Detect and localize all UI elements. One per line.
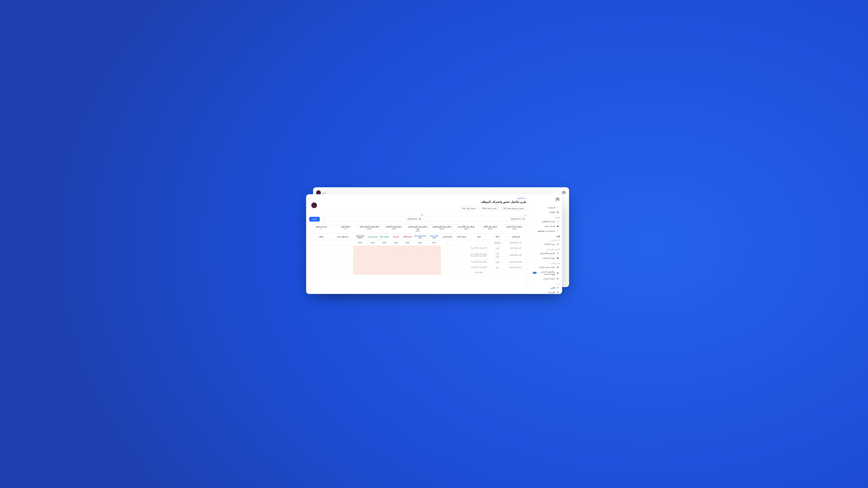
sidebar-item-violations[interactable]: ◐مخالصات الإجازة ونهاية الخدمة11 [532, 270, 560, 276]
table-row: الأحد 02/07/2023ثاني08:10 صباحاً - 05:00… [309, 246, 526, 251]
table-row: الإثنين 03/07/2023ثانيثاني08:10 صباحاً -… [309, 251, 526, 259]
pdf-button[interactable]: تحميل ملف PDF [460, 206, 478, 211]
col-late-arrival: الوصول للتأخر [402, 234, 413, 240]
main-card: ⌂الرئيسية ▤الطلبات الموظف ☺عرض الموظفين … [306, 194, 562, 294]
sidebar-item-shifts[interactable]: ▦جدول الدوامات [532, 256, 560, 260]
excel-button[interactable]: تصدير ملف Excel [480, 206, 499, 211]
summary-cell: إجمالي وقت التأخير بإذن00:00 [454, 224, 478, 233]
section-employees: الموظف [532, 217, 560, 219]
home-icon: ⌂ [557, 206, 559, 209]
users-icon: ☺ [557, 220, 559, 223]
clock-icon: ◷ [557, 252, 559, 255]
sidebar-item-candidates[interactable]: ✓مرشحين تم توظيفهم [532, 229, 560, 233]
sidebar-item-home[interactable]: ⌂الرئيسية [532, 205, 560, 209]
avatar[interactable] [311, 202, 317, 208]
from-date-input[interactable]: 2023-07-01 [425, 217, 527, 222]
table-row: الثلاثاء 04/07/2023ثاني08:10 صباحاً - 05… [309, 259, 526, 265]
chevron-down-icon [323, 218, 326, 220]
candidate-icon: ✓ [557, 230, 559, 232]
table-row: السبت 01/07/2023يوم عطلة---00:0000:0000:… [309, 240, 526, 246]
balance-icon: ◔ [557, 243, 559, 246]
main-content: >> كل التقارير تقرير تفاصيل حضور وانصراف… [306, 194, 530, 294]
col-late-permit: تأخير بإذن [390, 234, 402, 240]
col-date: اليوم والتاريخ [505, 234, 526, 240]
calendar-icon [522, 218, 525, 220]
summary-strip: إجمالي ساعات العمل01:00إجمالي وقت التأخي… [309, 224, 527, 234]
col-total-hours: اجمالي ساعات العمل [427, 234, 441, 240]
attendance-table: اليوم والتاريخ الحالة الدوام تسجيل الدخو… [309, 234, 526, 275]
col-status: الحالة [489, 234, 505, 240]
export-toolbar: تحميل مجموعة ملف PDF تصدير ملف Excel تحم… [309, 206, 527, 211]
to-label: إلى [321, 214, 423, 216]
table-row: الأربعاء 05/07/2023ثاني08:10 صباحاً - 05… [309, 265, 526, 270]
sidebar-item-requests[interactable]: ▤الطلبات [532, 210, 560, 215]
col-approved-ot: عمل إضافي معتمد [332, 234, 353, 240]
bulk-pdf-button[interactable]: تحميل مجموعة ملف PDF [501, 206, 526, 211]
summary-cell: سجل غير مكتمل0 [309, 224, 333, 233]
page-title: تقرير تفاصيل حضور وانصراف الموظف [309, 200, 527, 203]
svg-rect-1 [419, 218, 421, 220]
summary-cell: اجمالي العمل الإضافي13:00 [381, 224, 405, 233]
badge: 11 [533, 272, 537, 274]
breadcrumb[interactable]: >> كل التقارير [309, 197, 527, 199]
summary-cell: اجمالي العمل الإضافي الزائد00:30 [357, 224, 381, 233]
doc-icon: ▤ [557, 211, 559, 214]
col-checkout: تسجيل الخروج [441, 234, 455, 240]
section-covenant: العهد [532, 235, 560, 237]
col-comments: تعليقات [309, 234, 332, 240]
filter-row: من 2023-07-01 إلى 2023-08-31 إنشاء [309, 214, 527, 222]
section-attendance: الحضور والإنصراف [532, 249, 560, 250]
col-early-permit: خروج مبكر بإذن [367, 234, 378, 240]
section-other: أخرى [532, 283, 560, 285]
sidebar-item-settings[interactable]: ⚙الاعدادات [532, 291, 560, 294]
service-icon: ▣ [557, 225, 559, 227]
building-icon [562, 190, 566, 196]
to-date-input[interactable]: 2023-08-31 [321, 217, 423, 222]
col-shift: الدوام [469, 234, 490, 240]
sidebar-item-attendance[interactable]: ◷الحضور والإنصراف [532, 251, 560, 255]
from-label: من [425, 214, 527, 216]
warning-icon: ◐ [557, 272, 559, 274]
sidebar-item-view-employees[interactable]: ☺عرض الموظفين [532, 219, 560, 224]
svg-rect-0 [522, 218, 524, 220]
sidebar-item-payroll-table[interactable]: ▤جدول مسير الرواتب [532, 265, 560, 269]
sidebar-item-transfer[interactable]: ⇄تحويل الرواتب [532, 276, 560, 281]
section-leaves: إدارة الإجازات [532, 239, 560, 241]
col-checkin: تسجيل الدخول [455, 234, 469, 240]
sidebar-item-leave-balance[interactable]: ◔رصيد الإجازات [532, 242, 560, 246]
sidebar-item-reports[interactable]: ▭تقارير [532, 286, 560, 290]
calendar-icon: ▦ [557, 257, 559, 259]
summary-cell: إجمالي وقت التأخير00:00 [478, 224, 502, 233]
summary-cell: إجمالي وقت الخروج المبكر بإذن00:00 [405, 224, 430, 233]
col-inside-hours: ساعات العمل داخل الدوام [413, 234, 427, 240]
chevron-down-icon [427, 218, 429, 220]
report-icon: ▭ [557, 287, 559, 289]
sidebar: ⌂الرئيسية ▤الطلبات الموظف ☺عرض الموظفين … [530, 194, 562, 294]
table-row: 08:10 صباحاً------- [309, 270, 526, 275]
summary-cell: اجمالي الغياب19 [333, 224, 357, 233]
calendar-icon [419, 218, 421, 220]
table-icon: ▤ [557, 266, 559, 268]
attendance-table-wrap: اليوم والتاريخ الحالة الدوام تسجيل الدخو… [309, 234, 527, 294]
summary-cell: إجمالي ساعات العمل01:00 [502, 224, 526, 233]
building-icon [532, 197, 560, 202]
gear-icon: ⚙ [557, 291, 559, 294]
col-early-leave: المغادرة مبكراً [378, 234, 390, 240]
sidebar-item-muqeem[interactable]: ▣خدمات مقيم [532, 224, 560, 228]
section-payroll: مسير الرواتب [532, 262, 560, 264]
col-overtime: ساعات العمل الإضافية [353, 234, 367, 240]
summary-cell: إجمالي وقت الخروج المبكر00:00 [430, 224, 454, 233]
transfer-icon: ⇄ [557, 278, 559, 280]
create-button[interactable]: إنشاء [309, 217, 320, 222]
